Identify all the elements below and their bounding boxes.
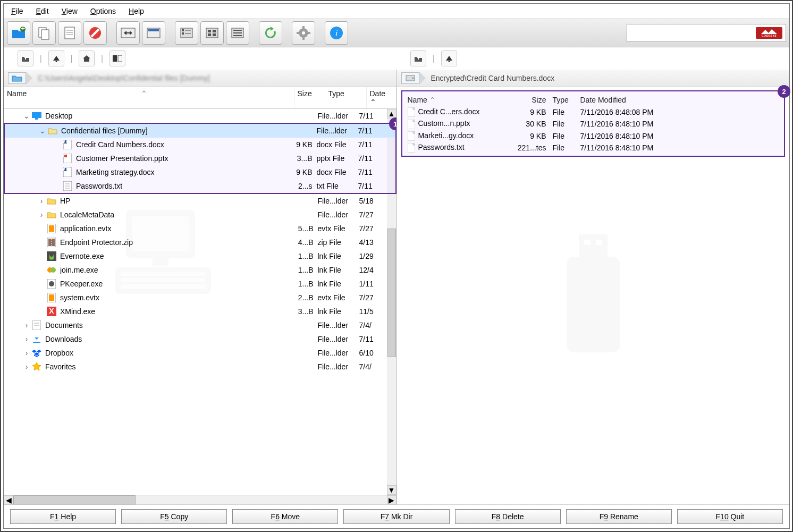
svg-rect-29 xyxy=(302,26,305,29)
col-type[interactable]: Type xyxy=(325,87,367,108)
icons-view-button[interactable] xyxy=(200,21,224,45)
tree-row[interactable]: WMarketing strategy.docx9 KBdocx File7/1… xyxy=(5,165,395,179)
col-size[interactable]: Size xyxy=(294,87,325,108)
svg-text:X: X xyxy=(49,307,54,315)
zip-icon xyxy=(46,237,57,248)
col-size[interactable]: Size xyxy=(513,95,550,105)
menu-file[interactable]: File xyxy=(11,7,23,15)
tree-row[interactable]: Passwords.txt2...stxt File7/11 xyxy=(5,179,395,193)
footer-copy-button[interactable]: F5 Copy xyxy=(121,509,227,524)
left-nav-strip: | | | xyxy=(4,47,396,70)
right-path-bar[interactable]: Encrypted\Credit Card Numbers.docx xyxy=(397,70,790,87)
tree-row[interactable]: ⌄DesktopFile...lder7/11 xyxy=(4,109,396,123)
footer-delete-button[interactable]: F8 Delete xyxy=(455,509,561,524)
tree-row[interactable]: ⌄Confidential files [Dummy]File...lder7/… xyxy=(5,124,395,138)
left-hscrollbar[interactable]: ◀ ▶ xyxy=(4,495,396,504)
list-item[interactable]: Passwords.txt221...tesFile7/11/2016 8:48… xyxy=(404,142,782,154)
split-button[interactable] xyxy=(109,50,125,66)
row-size: 3...B xyxy=(284,154,315,163)
file-icon xyxy=(408,131,415,141)
tree-row[interactable]: application.evtx5...Bevtx File7/27 xyxy=(4,222,396,235)
mountain-icon xyxy=(761,29,777,34)
footer-move-button[interactable]: F6 Move xyxy=(232,509,338,524)
svg-rect-30 xyxy=(302,37,305,40)
left-tree[interactable]: ▲ ▼ ⌄DesktopFile...lder7/111⌄Confidentia… xyxy=(4,109,396,495)
tree-row[interactable]: PCustomer Presentation.pptx3...Bpptx Fil… xyxy=(5,151,395,165)
annotation-badge-2: 2 xyxy=(778,85,790,98)
col-date[interactable]: Date Modified xyxy=(577,95,678,105)
menu-edit[interactable]: Edit xyxy=(36,7,49,15)
chevron-icon[interactable]: › xyxy=(22,362,31,371)
tree-row[interactable]: ›DocumentsFile...lder7/4/ xyxy=(4,318,396,332)
row-type: File...lder xyxy=(316,362,357,371)
svg-text:W: W xyxy=(63,167,69,172)
scroll-right-icon[interactable]: ▶ xyxy=(387,495,396,504)
tree-row[interactable]: ›FavoritesFile...lder7/4/ xyxy=(4,360,396,374)
monitor-icon xyxy=(31,111,42,121)
up-folder-button-r[interactable] xyxy=(410,50,426,66)
tree-row[interactable]: Endpoint Protector.zip4...Bzip File4/13 xyxy=(4,235,396,249)
block-button[interactable] xyxy=(83,21,107,45)
footer-rename-button[interactable]: F9 Rename xyxy=(566,509,672,524)
copy-button[interactable] xyxy=(32,21,56,45)
tree-row[interactable]: system.evtx2...Bevtx File7/27 xyxy=(4,291,396,305)
tree-row[interactable]: Evernote.exe1...Blnk File1/29 xyxy=(4,249,396,263)
evtx-icon xyxy=(46,292,57,303)
root-button[interactable] xyxy=(48,50,64,66)
footer-quit-button[interactable]: F10 Quit xyxy=(677,509,783,524)
chevron-icon[interactable]: › xyxy=(22,335,31,343)
tree-row[interactable]: PKeeper.exe1...Blnk File1/11 xyxy=(4,277,396,291)
root-button-r[interactable] xyxy=(441,50,457,66)
col-name[interactable]: Name ⌃ xyxy=(404,95,513,105)
chevron-icon[interactable]: › xyxy=(37,210,46,219)
chevron-icon[interactable]: › xyxy=(37,197,46,205)
svg-point-79 xyxy=(412,78,414,79)
row-size: 9 KB xyxy=(284,140,315,149)
menu-options[interactable]: Options xyxy=(90,7,116,15)
col-date[interactable]: Date ⌃ xyxy=(367,87,396,108)
menu-help[interactable]: Help xyxy=(129,7,144,15)
up-folder-button[interactable] xyxy=(18,50,33,66)
left-path-bar[interactable]: C:\Users\Angela\Desktop\Confidential fil… xyxy=(4,70,396,87)
col-type[interactable]: Type xyxy=(550,95,577,105)
tree-row[interactable]: WCredit Card Numbers.docx9 KBdocx File7/… xyxy=(5,138,395,151)
scroll-down-icon[interactable]: ▼ xyxy=(387,485,396,495)
list-item[interactable]: Credit C...ers.docx9 KBFile7/11/2016 8:4… xyxy=(404,106,782,118)
svg-text:+: + xyxy=(21,26,25,32)
list-view-button[interactable] xyxy=(226,21,249,45)
list-item[interactable]: Marketi...gy.docx9 KBFile7/11/2016 8:48:… xyxy=(404,130,782,142)
swap-button[interactable] xyxy=(116,21,140,45)
home-button[interactable] xyxy=(79,50,95,66)
tree-row[interactable]: ›HPFile...lder5/18 xyxy=(4,194,396,208)
tree-row[interactable]: ›LocaleMetaDataFile...lder7/27 xyxy=(4,208,396,222)
scroll-thumb[interactable] xyxy=(13,495,136,504)
footer-mk-dir-button[interactable]: F7 Mk Dir xyxy=(343,509,449,524)
tree-row[interactable]: XXMind.exe3...Blnk File11/5 xyxy=(4,305,396,318)
row-type: zip File xyxy=(316,238,357,247)
chevron-icon[interactable]: ⌄ xyxy=(38,126,47,135)
footer-help-button[interactable]: F1 Help xyxy=(10,509,116,524)
settings-button[interactable] xyxy=(292,21,315,45)
tree-view-button[interactable] xyxy=(175,21,198,45)
usb-bg-icon xyxy=(559,234,628,357)
row-type: File...lder xyxy=(316,321,357,330)
chevron-icon[interactable]: ⌄ xyxy=(22,112,31,120)
menu-view[interactable]: View xyxy=(62,7,78,15)
new-folder-button[interactable]: + xyxy=(7,21,30,45)
chevron-icon[interactable]: › xyxy=(22,349,31,357)
single-pane-button[interactable] xyxy=(142,21,165,45)
col-name[interactable]: Name ⌃ xyxy=(4,87,294,108)
info-button[interactable]: i xyxy=(325,21,348,45)
row-type: docx File xyxy=(315,168,356,176)
chevron-icon[interactable]: › xyxy=(22,321,31,330)
tree-row[interactable]: ›DownloadsFile...lder7/11 xyxy=(4,332,396,346)
tree-row[interactable]: ›DropboxFile...lder6/10 xyxy=(4,346,396,360)
tree-row[interactable]: join.me.exe1...Blnk File12/4 xyxy=(4,263,396,277)
scroll-left-icon[interactable]: ◀ xyxy=(4,495,13,504)
paste-button[interactable] xyxy=(58,21,81,45)
row-type: evtx File xyxy=(316,224,357,233)
refresh-button[interactable] xyxy=(259,21,282,45)
sort-asc-icon: ⌃ xyxy=(429,96,436,104)
search-box[interactable]: COSOSYS xyxy=(627,24,786,42)
list-item[interactable]: Custom...n.pptx30 KBFile7/11/2016 8:48:1… xyxy=(404,118,782,130)
